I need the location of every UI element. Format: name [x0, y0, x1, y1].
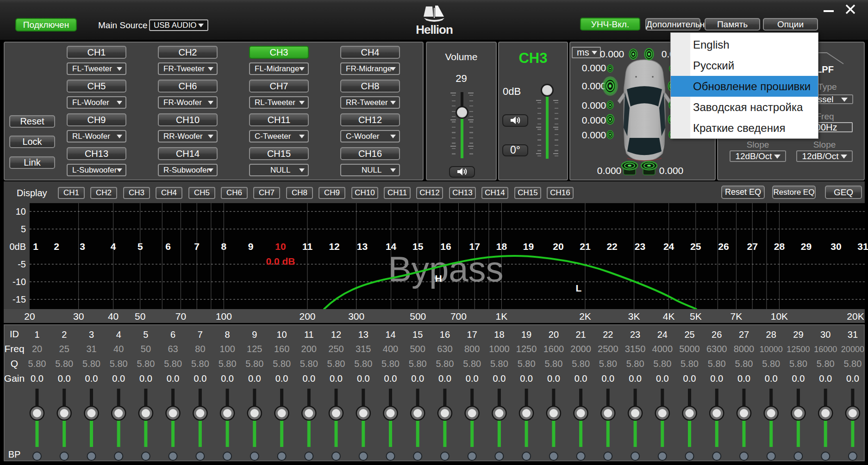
svg-text:1250: 1250 — [516, 344, 537, 354]
svg-text:400: 400 — [383, 344, 398, 354]
svg-text:5.80: 5.80 — [626, 359, 644, 369]
svg-text:5.80: 5.80 — [381, 359, 400, 369]
svg-text:5.80: 5.80 — [219, 359, 237, 369]
svg-text:6300: 6300 — [706, 344, 727, 354]
svg-text:0.0: 0.0 — [575, 373, 587, 384]
svg-text:1600: 1600 — [543, 344, 564, 354]
svg-text:125: 125 — [247, 344, 262, 354]
svg-text:0.0: 0.0 — [520, 373, 533, 384]
svg-text:5.80: 5.80 — [436, 359, 454, 369]
svg-text:0.0: 0.0 — [58, 373, 71, 384]
svg-text:15: 15 — [412, 329, 423, 340]
svg-text:12500: 12500 — [787, 345, 810, 354]
svg-text:21: 21 — [575, 329, 586, 340]
svg-text:0.0: 0.0 — [275, 373, 288, 384]
svg-text:0.0: 0.0 — [112, 373, 125, 384]
svg-text:40: 40 — [113, 344, 124, 354]
svg-text:31: 31 — [86, 344, 96, 354]
svg-text:5.80: 5.80 — [409, 359, 427, 369]
svg-text:1000: 1000 — [489, 344, 510, 354]
svg-text:0.0: 0.0 — [683, 373, 696, 384]
svg-text:0.0: 0.0 — [629, 373, 642, 384]
svg-text:0.0: 0.0 — [846, 373, 859, 384]
svg-text:200: 200 — [301, 344, 317, 354]
svg-text:17: 17 — [467, 329, 477, 340]
svg-text:5.80: 5.80 — [300, 359, 318, 369]
svg-text:0.0: 0.0 — [493, 373, 506, 384]
svg-text:5.80: 5.80 — [843, 359, 862, 369]
svg-text:3: 3 — [89, 329, 94, 340]
svg-text:5.80: 5.80 — [273, 359, 291, 369]
svg-text:0.0: 0.0 — [819, 373, 832, 384]
svg-text:160: 160 — [274, 344, 289, 354]
svg-text:5: 5 — [143, 329, 148, 340]
svg-text:5.80: 5.80 — [245, 359, 263, 369]
svg-text:315: 315 — [356, 344, 371, 354]
svg-text:5.80: 5.80 — [28, 359, 46, 369]
svg-text:5.80: 5.80 — [191, 359, 209, 369]
svg-text:0.0: 0.0 — [792, 373, 805, 384]
svg-text:6: 6 — [170, 329, 175, 340]
svg-text:28: 28 — [766, 329, 776, 340]
svg-text:30: 30 — [820, 329, 831, 340]
svg-text:100: 100 — [219, 344, 235, 354]
svg-text:5.80: 5.80 — [544, 359, 562, 369]
svg-text:0.0: 0.0 — [221, 373, 234, 384]
svg-text:0.0: 0.0 — [85, 373, 98, 384]
svg-text:5.80: 5.80 — [327, 359, 345, 369]
svg-text:0.0: 0.0 — [656, 373, 669, 384]
svg-text:0.0: 0.0 — [302, 373, 315, 384]
svg-text:0.0: 0.0 — [31, 373, 44, 384]
svg-text:5.80: 5.80 — [762, 359, 780, 369]
svg-text:5.80: 5.80 — [490, 359, 508, 369]
svg-text:0.0: 0.0 — [601, 373, 614, 384]
svg-text:0.0: 0.0 — [710, 373, 723, 384]
svg-text:14: 14 — [385, 329, 395, 340]
svg-text:0.0: 0.0 — [139, 373, 152, 384]
svg-text:4000: 4000 — [652, 344, 673, 354]
svg-text:19: 19 — [521, 329, 531, 340]
svg-text:5000: 5000 — [679, 344, 700, 354]
svg-text:0.0: 0.0 — [411, 373, 424, 384]
svg-text:20000: 20000 — [841, 345, 864, 354]
svg-text:8: 8 — [225, 329, 230, 340]
svg-text:0.0: 0.0 — [330, 373, 343, 384]
svg-text:80: 80 — [195, 344, 205, 354]
svg-text:16: 16 — [440, 329, 450, 340]
svg-text:26: 26 — [712, 329, 722, 340]
svg-text:10000: 10000 — [760, 345, 783, 354]
svg-text:2: 2 — [62, 329, 67, 340]
svg-text:5.80: 5.80 — [708, 359, 726, 369]
svg-text:12: 12 — [331, 329, 341, 340]
svg-text:5.80: 5.80 — [354, 359, 372, 369]
svg-text:630: 630 — [437, 344, 452, 354]
svg-text:0.0: 0.0 — [438, 373, 451, 384]
svg-text:7: 7 — [198, 329, 203, 340]
svg-text:0.0: 0.0 — [765, 373, 778, 384]
svg-text:2500: 2500 — [598, 344, 618, 354]
svg-text:800: 800 — [464, 344, 480, 354]
svg-text:2000: 2000 — [570, 344, 591, 354]
svg-text:5.80: 5.80 — [653, 359, 671, 369]
svg-text:20: 20 — [549, 329, 559, 340]
svg-text:500: 500 — [410, 344, 425, 354]
svg-text:29: 29 — [793, 329, 803, 340]
svg-text:5.80: 5.80 — [817, 359, 835, 369]
svg-text:5.80: 5.80 — [82, 359, 100, 369]
svg-text:10: 10 — [276, 329, 287, 340]
svg-text:5.80: 5.80 — [681, 359, 699, 369]
svg-text:5.80: 5.80 — [463, 359, 481, 369]
svg-text:23: 23 — [630, 329, 640, 340]
svg-text:0.0: 0.0 — [547, 373, 560, 384]
svg-text:0.0: 0.0 — [167, 373, 180, 384]
svg-text:13: 13 — [358, 329, 368, 340]
svg-text:5.80: 5.80 — [518, 359, 536, 369]
svg-text:0.0: 0.0 — [248, 373, 261, 384]
svg-text:20: 20 — [32, 344, 42, 354]
svg-text:5.80: 5.80 — [599, 359, 617, 369]
svg-text:24: 24 — [657, 329, 668, 340]
svg-text:31: 31 — [848, 329, 858, 340]
svg-text:27: 27 — [739, 329, 749, 340]
svg-text:4: 4 — [116, 329, 121, 340]
svg-text:5.80: 5.80 — [572, 359, 590, 369]
